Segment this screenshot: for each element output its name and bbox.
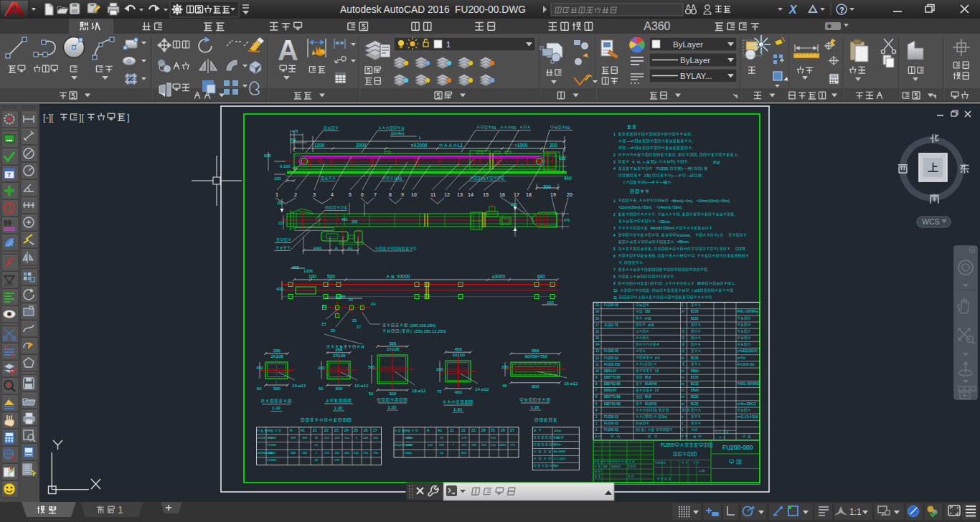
svg-text:,: ,: [707, 268, 708, 272]
svg-text:4: 4: [613, 234, 616, 237]
svg-text:): ): [410, 329, 412, 333]
svg-text:368: 368: [291, 436, 296, 440]
svg-text:(2.0m): (2.0m): [658, 415, 668, 419]
svg-text:3: 3: [613, 160, 616, 164]
svg-text:EB93-87: EB93-87: [604, 389, 617, 392]
svg-text:Z6: Z6: [364, 428, 368, 432]
svg-text:300: 300: [335, 386, 343, 391]
svg-text:5: 5: [613, 247, 616, 251]
svg-text:<10mm(10m(L<30m),: <10mm(10m(L<30m),: [697, 199, 730, 203]
svg-text:A1: A1: [348, 246, 353, 250]
svg-text:<15mm.: <15mm.: [658, 220, 671, 224]
svg-text:-18: -18: [314, 458, 319, 462]
svg-text:][: ][: [79, 113, 84, 123]
svg-text:]: ]: [127, 113, 129, 123]
svg-text:Z7: Z7: [357, 325, 361, 329]
svg-text:18: 18: [595, 317, 600, 321]
svg-text:Z1: Z1: [313, 428, 317, 432]
svg-text:548: 548: [406, 443, 411, 447]
svg-text:20: 20: [595, 303, 600, 307]
svg-text:15: 15: [595, 336, 600, 340]
svg-text:)——: )——: [645, 180, 654, 184]
svg-text:Autodesk AutoCAD 2016: Autodesk AutoCAD 2016: [340, 4, 450, 15]
svg-text:16: 16: [499, 192, 505, 198]
svg-text:,: ,: [656, 213, 656, 217]
svg-text:140: 140: [334, 451, 339, 455]
svg-text:356: 356: [335, 347, 343, 352]
svg-text:B0-480N: B0-480N: [554, 450, 565, 453]
svg-text:1:1: 1:1: [849, 507, 862, 517]
svg-text:L8: L8: [655, 369, 659, 373]
svg-text:100: 100: [4, 282, 13, 287]
svg-text:FU200-05: FU200-05: [604, 349, 619, 353]
svg-text:B235: B235: [691, 382, 699, 386]
svg-text:640: 640: [537, 274, 545, 279]
svg-text:,: ,: [622, 261, 623, 265]
svg-text:178: 178: [461, 436, 466, 440]
svg-text:8: 8: [613, 275, 616, 279]
svg-text:550: 550: [491, 436, 496, 440]
svg-text:——: ——: [686, 174, 693, 178]
svg-text:1:20: 1:20: [334, 405, 343, 410]
svg-text:476: 476: [292, 129, 298, 133]
svg-text:<12mm(30m(L<50m),: <12mm(30m(L<50m),: [618, 206, 652, 209]
svg-text:Z75: Z75: [739, 247, 745, 251]
svg-text:11: 11: [595, 363, 599, 366]
svg-text:<8mm(L<1m),: <8mm(L<1m),: [672, 199, 694, 203]
svg-text:nX2000: nX2000: [411, 143, 428, 148]
svg-text:EB6770-B6: EB6770-B6: [604, 395, 621, 399]
svg-text:A1: A1: [301, 428, 305, 432]
svg-text:200m: 200m: [554, 429, 562, 432]
svg-text:10: 10: [595, 369, 600, 373]
svg-text:200: 200: [318, 366, 326, 370]
svg-text:610: 610: [428, 443, 433, 447]
svg-text:FWL-U8X9P: FWL-U8X9P: [738, 310, 755, 313]
svg-text:<14mm(L>50m).: <14mm(L>50m).: [656, 206, 682, 209]
svg-text:(: (: [400, 329, 401, 333]
svg-text:270: 270: [324, 451, 329, 455]
svg-text:)——: )——: [682, 166, 690, 171]
svg-text:7: 7: [613, 268, 616, 272]
svg-text:99: 99: [4, 219, 12, 227]
svg-text:;: ;: [702, 174, 702, 178]
svg-text:m: m: [682, 395, 684, 399]
svg-text:65Mn: 65Mn: [691, 389, 699, 392]
svg-text:WCS: WCS: [922, 217, 940, 226]
svg-text:ML8: ML8: [645, 376, 651, 379]
svg-text:ML8: ML8: [645, 395, 651, 399]
svg-text:3080: 3080: [499, 443, 507, 447]
svg-text:FU200(: FU200(: [656, 166, 669, 171]
svg-text:460: 460: [341, 217, 348, 222]
svg-text:5: 5: [697, 289, 699, 293]
svg-text:800: 800: [532, 384, 540, 389]
svg-text:y=L82(1)52(4): y=L82(1)52(4): [738, 349, 758, 353]
svg-text:10,: 10,: [613, 289, 618, 293]
svg-text:Z2: Z2: [322, 304, 326, 308]
svg-text:Z3: Z3: [321, 322, 326, 326]
svg-text:<3T: <3T: [554, 464, 560, 468]
svg-text:(2m/4m): (2m/4m): [391, 131, 405, 136]
svg-text:14: 14: [468, 192, 473, 198]
svg-text:2003.07: 2003.07: [611, 465, 621, 468]
svg-text:Z3: Z3: [471, 428, 476, 432]
svg-text:EB5782-B6: EB5782-B6: [604, 382, 621, 386]
svg-text:8mm,: 8mm,: [666, 227, 675, 230]
svg-text:FU200: FU200: [661, 442, 674, 447]
svg-text:11: 11: [613, 296, 617, 300]
svg-text:16: 16: [595, 330, 600, 333]
svg-text:217: 217: [278, 221, 285, 225]
svg-text:,: ,: [659, 234, 660, 237]
svg-text:4: 4: [331, 192, 334, 198]
svg-text:ø10: ø10: [649, 323, 654, 327]
svg-text:,: ,: [680, 213, 681, 217]
svg-text:605: 605: [264, 153, 272, 158]
svg-text:854: 854: [461, 451, 466, 455]
svg-text:BYLAY...: BYLAY...: [680, 72, 712, 80]
svg-text:ByLayer: ByLayer: [673, 40, 703, 49]
svg-text:1:20: 1:20: [388, 404, 397, 409]
svg-text:70: 70: [665, 409, 669, 412]
svg-text:20: 20: [567, 192, 573, 198]
svg-text:Y160L: Y160L: [404, 451, 413, 455]
svg-text:3: 3: [313, 192, 316, 198]
svg-text:n=7m: n=7m: [738, 356, 746, 360]
